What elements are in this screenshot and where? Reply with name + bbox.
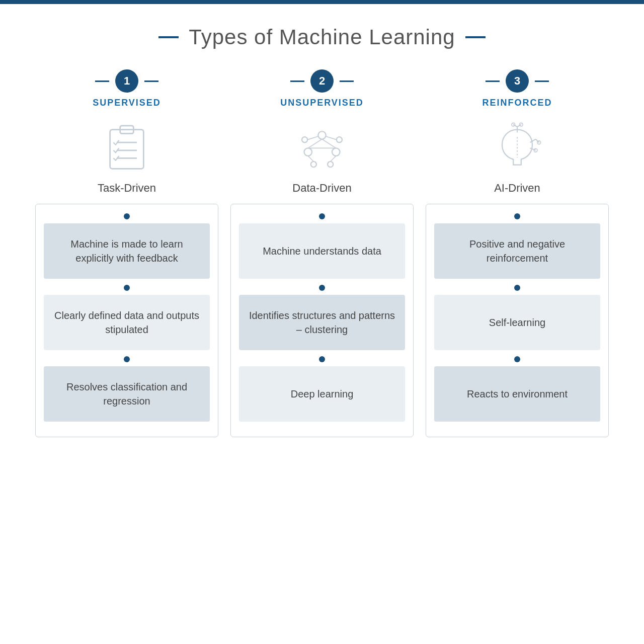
title-row: Types of Machine Learning bbox=[158, 25, 485, 49]
card-box-supervised-2: Resolves classification and regression bbox=[44, 366, 210, 422]
driven-label-supervised: Task-Driven bbox=[98, 182, 156, 195]
svg-line-24 bbox=[530, 139, 536, 143]
card-item-supervised-1: Clearly defined data and outputs stipula… bbox=[44, 285, 210, 350]
badge-dash-left-unsupervised bbox=[290, 80, 304, 82]
badge-number-reinforced: 3 bbox=[506, 69, 529, 93]
badge-number-supervised: 1 bbox=[115, 69, 138, 93]
card-dot-supervised-2 bbox=[124, 356, 130, 362]
card-container-unsupervised: Machine understands dataIdentifies struc… bbox=[230, 204, 414, 437]
card-box-unsupervised-0: Machine understands data bbox=[239, 223, 405, 279]
page-container: Types of Machine Learning 1 SUPERVISED T… bbox=[0, 0, 644, 644]
page-title: Types of Machine Learning bbox=[189, 25, 455, 49]
column-supervised: 1 SUPERVISED Task-DrivenMachine is made … bbox=[35, 69, 218, 437]
card-dot-supervised-1 bbox=[124, 285, 130, 291]
card-dot-reinforced-0 bbox=[514, 213, 520, 219]
svg-line-14 bbox=[308, 156, 313, 162]
card-item-reinforced-1: Self-learning bbox=[434, 285, 600, 350]
card-item-unsupervised-0: Machine understands data bbox=[239, 213, 405, 279]
card-box-unsupervised-1: Identifies structures and patterns – clu… bbox=[239, 295, 405, 350]
title-dash-left bbox=[158, 36, 179, 38]
card-dot-supervised-0 bbox=[124, 213, 130, 219]
svg-point-9 bbox=[328, 162, 333, 167]
card-container-supervised: Machine is made to learn explicitly with… bbox=[35, 204, 218, 437]
badge-dash-left-supervised bbox=[95, 80, 109, 82]
column-label-supervised: SUPERVISED bbox=[93, 98, 161, 108]
svg-point-11 bbox=[337, 137, 342, 142]
svg-line-16 bbox=[307, 136, 318, 140]
card-dot-reinforced-1 bbox=[514, 285, 520, 291]
driven-label-reinforced: AI-Driven bbox=[494, 182, 540, 195]
badge-row-supervised: 1 bbox=[95, 69, 158, 93]
top-border bbox=[0, 0, 644, 4]
card-item-supervised-2: Resolves classification and regression bbox=[44, 356, 210, 422]
badge-dash-right-supervised bbox=[144, 80, 158, 82]
card-dot-unsupervised-1 bbox=[319, 285, 325, 291]
column-label-unsupervised: UNSUPERVISED bbox=[280, 98, 364, 108]
icon-network bbox=[292, 116, 352, 177]
card-item-reinforced-2: Reacts to environment bbox=[434, 356, 600, 422]
card-box-supervised-0: Machine is made to learn explicitly with… bbox=[44, 223, 210, 279]
card-dot-unsupervised-2 bbox=[319, 356, 325, 362]
badge-row-reinforced: 3 bbox=[486, 69, 549, 93]
svg-point-6 bbox=[304, 148, 312, 156]
icon-brain bbox=[487, 116, 547, 177]
card-dot-reinforced-2 bbox=[514, 356, 520, 362]
svg-point-7 bbox=[332, 148, 340, 156]
card-item-unsupervised-2: Deep learning bbox=[239, 356, 405, 422]
column-label-reinforced: REINFORCED bbox=[482, 98, 552, 108]
card-dot-unsupervised-0 bbox=[319, 213, 325, 219]
badge-dash-right-unsupervised bbox=[340, 80, 354, 82]
card-box-supervised-1: Clearly defined data and outputs stipula… bbox=[44, 295, 210, 350]
svg-line-13 bbox=[322, 139, 336, 148]
card-container-reinforced: Positive and negative reinforcementSelf-… bbox=[426, 204, 609, 437]
card-box-unsupervised-2: Deep learning bbox=[239, 366, 405, 422]
svg-line-15 bbox=[331, 156, 336, 162]
badge-dash-left-reinforced bbox=[486, 80, 500, 82]
driven-label-unsupervised: Data-Driven bbox=[292, 182, 351, 195]
svg-rect-0 bbox=[110, 130, 144, 169]
card-item-reinforced-0: Positive and negative reinforcement bbox=[434, 213, 600, 279]
card-box-reinforced-2: Reacts to environment bbox=[434, 366, 600, 422]
svg-line-17 bbox=[326, 136, 337, 140]
svg-point-10 bbox=[302, 137, 307, 142]
title-dash-right bbox=[465, 36, 486, 38]
column-reinforced: 3 REINFORCED AI-DrivenPositive and negat… bbox=[426, 69, 609, 437]
card-item-supervised-0: Machine is made to learn explicitly with… bbox=[44, 213, 210, 279]
svg-point-8 bbox=[311, 162, 316, 167]
badge-dash-right-reinforced bbox=[535, 80, 549, 82]
svg-line-12 bbox=[308, 139, 322, 148]
column-unsupervised: 2 UNSUPERVISED Data-DrivenMachine unders… bbox=[230, 69, 414, 437]
icon-clipboard bbox=[97, 116, 157, 177]
svg-point-5 bbox=[318, 131, 326, 139]
badge-number-unsupervised: 2 bbox=[310, 69, 334, 93]
card-box-reinforced-0: Positive and negative reinforcement bbox=[434, 223, 600, 279]
card-item-unsupervised-1: Identifies structures and patterns – clu… bbox=[239, 285, 405, 350]
card-box-reinforced-1: Self-learning bbox=[434, 295, 600, 350]
svg-point-22 bbox=[519, 123, 523, 126]
badge-row-unsupervised: 2 bbox=[290, 69, 354, 93]
columns-area: 1 SUPERVISED Task-DrivenMachine is made … bbox=[35, 69, 609, 437]
